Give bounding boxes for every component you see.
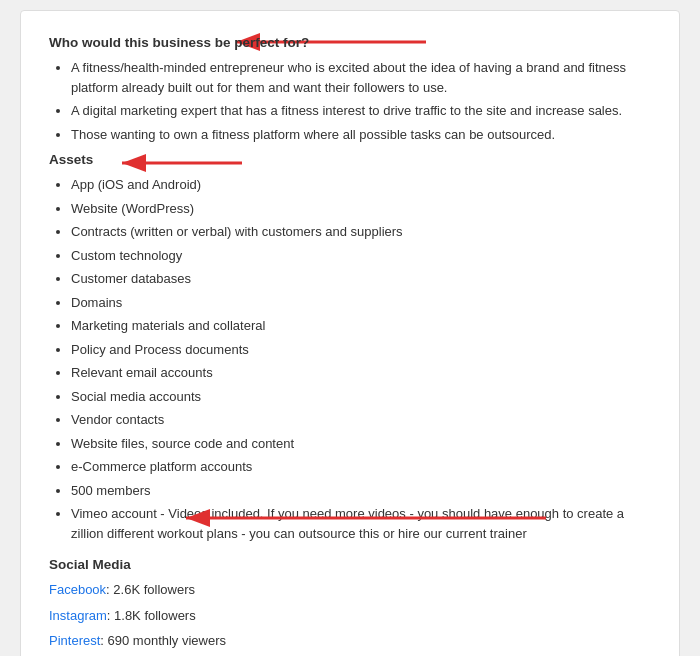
list-item: App (iOS and Android): [71, 175, 651, 195]
list-item: Vimeo account - Videos included. If you …: [71, 504, 651, 543]
list-item: Social media accounts: [71, 387, 651, 407]
list-item: A fitness/health-minded entrepreneur who…: [71, 58, 651, 97]
list-item: Policy and Process documents: [71, 340, 651, 360]
facebook-item: Facebook: 2.6K followers: [49, 580, 651, 600]
facebook-link[interactable]: Facebook: [49, 582, 106, 597]
list-item: Custom technology: [71, 246, 651, 266]
list-item: A digital marketing expert that has a fi…: [71, 101, 651, 121]
instagram-link[interactable]: Instagram: [49, 608, 107, 623]
list-item: Website (WordPress): [71, 199, 651, 219]
assets-list: App (iOS and Android) Website (WordPress…: [71, 175, 651, 543]
main-card: Who would this business be perfect for? …: [20, 10, 680, 656]
who-section: Who would this business be perfect for? …: [49, 35, 651, 144]
list-item: Vendor contacts: [71, 410, 651, 430]
social-section: Social Media Facebook: 2.6K followers In…: [49, 557, 651, 651]
list-item: Customer databases: [71, 269, 651, 289]
list-item: Domains: [71, 293, 651, 313]
list-item: 500 members: [71, 481, 651, 501]
social-title: Social Media: [49, 557, 131, 572]
instagram-text: : 1.8K followers: [107, 608, 196, 623]
pinterest-link[interactable]: Pinterest: [49, 633, 100, 648]
who-title: Who would this business be perfect for?: [49, 35, 309, 50]
list-item: e-Commerce platform accounts: [71, 457, 651, 477]
list-item: Relevant email accounts: [71, 363, 651, 383]
list-item: Website files, source code and content: [71, 434, 651, 454]
facebook-text: : 2.6K followers: [106, 582, 195, 597]
assets-title: Assets: [49, 152, 93, 167]
who-list: A fitness/health-minded entrepreneur who…: [71, 58, 651, 144]
assets-section: Assets App (iOS and Android) Website (Wo…: [49, 152, 651, 543]
pinterest-text: : 690 monthly viewers: [100, 633, 226, 648]
list-item: Marketing materials and collateral: [71, 316, 651, 336]
list-item: Those wanting to own a fitness platform …: [71, 125, 651, 145]
instagram-item: Instagram: 1.8K followers: [49, 606, 651, 626]
list-item: Contracts (written or verbal) with custo…: [71, 222, 651, 242]
pinterest-item: Pinterest: 690 monthly viewers: [49, 631, 651, 651]
